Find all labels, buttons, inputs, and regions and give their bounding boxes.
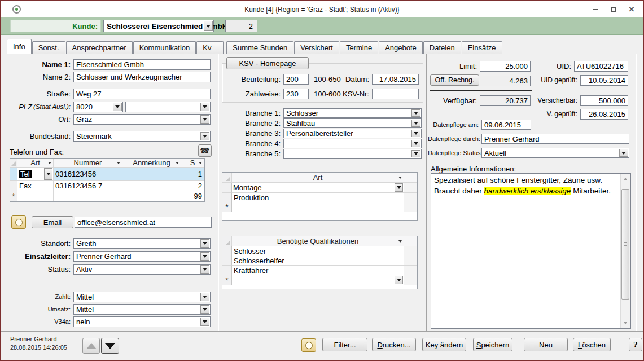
email-button[interactable]: Email — [32, 216, 73, 228]
art-cell[interactable] — [17, 191, 54, 201]
nummer-cell[interactable] — [54, 191, 122, 201]
qualifikation-cell[interactable]: Kraftfahrer — [232, 266, 404, 275]
v-geprueft-input[interactable]: 26.08.2015 — [580, 109, 628, 120]
qualifikation-cell[interactable]: Schlosser — [232, 246, 404, 256]
neu-button[interactable]: Neu — [524, 338, 568, 351]
row-selector[interactable] — [10, 168, 17, 181]
s-cell[interactable]: 1 — [181, 168, 204, 181]
uid-geprueft-input[interactable]: 10.05.2014 — [580, 75, 628, 86]
kunde-select[interactable]: Schlosserei Eisenschmied GmbH — [103, 20, 214, 32]
anmerkung-cell[interactable] — [122, 168, 181, 181]
branche3-select[interactable]: Personalbereitsteller — [283, 129, 422, 138]
new-row-selector[interactable]: * — [222, 202, 232, 212]
datum-input[interactable]: 17.08.2015 — [372, 74, 419, 85]
tab-termine[interactable]: Termine — [340, 41, 378, 54]
dropdown-button[interactable] — [200, 239, 209, 248]
strasse-input[interactable]: Weg 27 — [73, 89, 211, 99]
art-cell[interactable]: Produktion — [232, 193, 404, 202]
staat-select[interactable] — [125, 102, 211, 112]
versicherbar-input[interactable]: 500.000 — [580, 95, 628, 106]
uid-input[interactable]: ATU61022716 — [574, 61, 628, 72]
speichern-button[interactable]: Speichern — [473, 338, 512, 351]
dropdown-button[interactable] — [44, 168, 52, 180]
umsatz-select[interactable]: Mittel — [73, 304, 211, 315]
tab-summe-stunden[interactable]: Summe Stunden — [226, 41, 293, 54]
anmerkung-cell[interactable] — [122, 181, 181, 191]
tab-ansprechpartner[interactable]: Ansprechpartner — [66, 41, 133, 54]
loeschen-button[interactable]: Löschen — [573, 338, 611, 351]
standort-select[interactable]: Greith — [73, 238, 211, 249]
table-corner[interactable] — [222, 173, 232, 183]
dropdown-button[interactable] — [395, 183, 403, 192]
dropdown-button[interactable] — [200, 293, 209, 301]
dropdown-button[interactable] — [411, 130, 420, 137]
close-button[interactable]: ✕ — [623, 1, 641, 17]
row-selector[interactable] — [222, 246, 232, 256]
einsatzleiter-select[interactable]: Prenner Gerhard — [73, 251, 211, 262]
email-history-button[interactable] — [11, 215, 26, 229]
art-cell[interactable] — [232, 202, 404, 212]
scrollbar-thumb[interactable] — [621, 189, 629, 300]
branche4-select[interactable] — [283, 139, 422, 148]
table-corner[interactable] — [222, 236, 232, 246]
table-corner[interactable] — [10, 159, 17, 168]
row-selector[interactable] — [222, 266, 232, 275]
history-button[interactable] — [301, 338, 316, 352]
dropdown-button[interactable] — [200, 132, 209, 140]
column-header-s[interactable]: S — [181, 159, 204, 168]
record-previous-button[interactable] — [82, 338, 100, 354]
allg-info-textarea[interactable]: Spezialisiert auf schöne Fenstergitter, … — [431, 173, 631, 329]
column-header-art[interactable]: Art — [17, 159, 54, 168]
tab-versichert[interactable]: Versichert — [294, 41, 339, 54]
nummer-cell[interactable]: 0316123456 — [54, 168, 122, 181]
beurteilung-input[interactable]: 200 — [283, 74, 309, 85]
v34a-select[interactable]: nein — [73, 316, 211, 327]
dropdown-button[interactable] — [411, 109, 420, 117]
limit-input[interactable]: 25.000 — [480, 61, 531, 72]
dropdown-button[interactable] — [200, 103, 209, 111]
datenpflege-am-input[interactable]: 09.06.2015 — [481, 120, 531, 130]
tab-kv[interactable]: Kv — [196, 41, 224, 54]
dropdown-button[interactable] — [619, 149, 628, 157]
branche5-select[interactable] — [283, 149, 422, 159]
column-header-qualifikationen[interactable]: Benötigte Qualifikationen — [232, 236, 404, 246]
zahlt-select[interactable]: Mittel — [73, 292, 211, 302]
tab-einsaetze[interactable]: Einsätze — [462, 41, 502, 54]
qualifikation-cell-combo[interactable] — [232, 275, 404, 285]
s-cell[interactable]: 99 — [181, 191, 204, 201]
row-selector[interactable] — [10, 181, 17, 191]
dropdown-button[interactable] — [113, 103, 122, 111]
bundesland-select[interactable]: Steiermark — [73, 131, 211, 142]
name1-input[interactable]: Eisenschmied Gmbh — [73, 59, 211, 70]
new-row-selector[interactable]: * — [10, 191, 17, 201]
dropdown-button[interactable] — [411, 140, 420, 147]
ksvnr-input[interactable] — [372, 89, 419, 99]
tab-angebote[interactable]: Angebote — [379, 41, 423, 54]
drucken-button[interactable]: Drucken... — [372, 338, 416, 351]
column-header-nummer[interactable]: Nummer — [54, 159, 122, 168]
art-cell[interactable]: Fax — [17, 181, 54, 191]
anmerkung-cell[interactable] — [122, 191, 181, 201]
dropdown-button[interactable] — [395, 276, 403, 284]
maximize-button[interactable] — [604, 1, 623, 17]
phone-dial-button[interactable]: ☎ — [198, 144, 212, 157]
dropdown-button[interactable] — [200, 115, 209, 124]
row-selector[interactable] — [222, 193, 232, 202]
column-header-anmerkung[interactable]: Anmerkung — [122, 159, 181, 168]
zahlweise-input[interactable]: 230 — [283, 89, 309, 99]
email-input[interactable]: office@eisenschmied.at — [75, 217, 212, 228]
key-aendern-button[interactable]: Key ändern — [422, 338, 466, 351]
scrollbar[interactable] — [620, 174, 630, 328]
dropdown-button[interactable] — [200, 318, 209, 326]
tab-kommunikation[interactable]: Kommunikation — [133, 41, 196, 54]
record-next-button[interactable] — [101, 338, 119, 354]
tab-sonst[interactable]: Sonst. — [32, 41, 65, 54]
name2-input[interactable]: Schlosser und Werkzeugmacher — [73, 72, 211, 82]
dropdown-button[interactable] — [200, 265, 209, 274]
art-cell-combo[interactable]: Tel — [17, 168, 54, 181]
filter-button[interactable]: Filter... — [322, 338, 367, 351]
tab-dateien[interactable]: Dateien — [423, 41, 461, 54]
new-row-selector[interactable]: * — [222, 275, 232, 285]
column-header-art[interactable]: Art — [232, 173, 404, 183]
branche2-select[interactable]: Stahlbau — [283, 118, 422, 128]
